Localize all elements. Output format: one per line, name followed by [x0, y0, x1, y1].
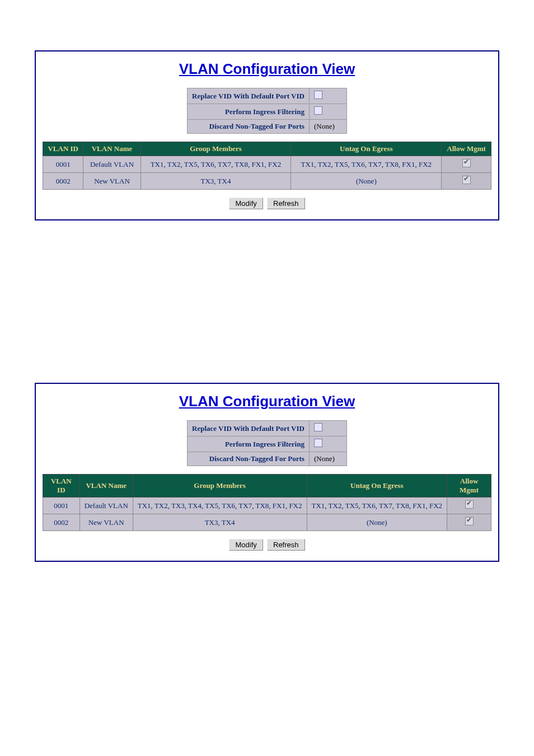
cell-allow-mgmt	[442, 173, 491, 190]
page-title: VLAN Configuration View	[36, 393, 498, 410]
setting-row-ingress-filter: Perform Ingress Filtering	[188, 104, 347, 120]
setting-value	[309, 104, 346, 120]
settings-table-wrap: Replace VID With Default Port VID Perfor…	[36, 88, 498, 134]
cell-vlan-name: New VLAN	[83, 173, 140, 190]
col-group-members: Group Members	[140, 142, 291, 156]
col-vlan-id: VLAN ID	[43, 142, 83, 156]
setting-label: Replace VID With Default Port VID	[188, 88, 310, 104]
col-vlan-name: VLAN Name	[83, 142, 140, 156]
title-heading: VLAN Configuration View	[179, 60, 355, 77]
panel-gap	[0, 220, 534, 332]
table-row: 0001 Default VLAN TX1, TX2, TX5, TX6, TX…	[43, 156, 491, 173]
vlan-config-panel: VLAN Configuration View Replace VID With…	[35, 383, 499, 562]
table-row: 0002 New VLAN TX3, TX4 (None)	[43, 173, 491, 190]
cell-group-members: TX3, TX4	[140, 173, 291, 190]
setting-row-ingress-filter: Perform Ingress Filtering	[188, 436, 347, 452]
setting-value: (None)	[309, 452, 346, 466]
modify-button[interactable]: Modify	[229, 539, 263, 551]
setting-label: Discard Non-Tagged For Ports	[188, 120, 310, 134]
col-untag-egress: Untag On Egress	[307, 475, 447, 497]
modify-button[interactable]: Modify	[229, 198, 263, 209]
settings-table: Replace VID With Default Port VID Perfor…	[187, 420, 347, 466]
setting-label: Perform Ingress Filtering	[188, 104, 310, 120]
checkbox-allow-mgmt[interactable]	[465, 517, 474, 525]
vlan-header-row: VLAN ID VLAN Name Group Members Untag On…	[43, 142, 491, 156]
checkbox-ingress-filter[interactable]	[314, 106, 322, 115]
vlan-config-panel: VLAN Configuration View Replace VID With…	[35, 50, 499, 220]
cell-untag-egress: TX1, TX2, TX5, TX6, TX7, TX8, FX1, FX2	[291, 156, 442, 173]
cell-vlan-name: Default VLAN	[83, 156, 140, 173]
col-vlan-id: VLAN ID	[43, 475, 80, 497]
cell-allow-mgmt	[447, 497, 491, 514]
setting-value	[309, 436, 346, 452]
setting-label: Discard Non-Tagged For Ports	[188, 452, 310, 466]
col-allow-mgmt: Allow Mgmt	[442, 142, 491, 156]
setting-label: Perform Ingress Filtering	[188, 436, 310, 452]
setting-row-discard-nontagged: Discard Non-Tagged For Ports (None)	[188, 120, 347, 134]
refresh-button[interactable]: Refresh	[267, 539, 305, 551]
refresh-button[interactable]: Refresh	[267, 198, 305, 209]
cell-vlan-id: 0002	[43, 173, 83, 190]
table-row: 0001 Default VLAN TX1, TX2, TX3, TX4, TX…	[43, 497, 491, 514]
checkbox-allow-mgmt[interactable]	[465, 500, 474, 509]
setting-label: Replace VID With Default Port VID	[188, 421, 310, 436]
setting-value	[309, 421, 346, 436]
setting-row-replace-vid: Replace VID With Default Port VID	[188, 88, 347, 104]
button-row: Modify Refresh	[36, 539, 498, 551]
cell-group-members: TX1, TX2, TX3, TX4, TX5, TX6, TX7, TX8, …	[133, 497, 307, 514]
cell-untag-egress: TX1, TX2, TX5, TX6, TX7, TX8, FX1, FX2	[307, 497, 447, 514]
vlan-table-wrap: VLAN ID VLAN Name Group Members Untag On…	[36, 142, 498, 190]
checkbox-allow-mgmt[interactable]	[462, 176, 471, 184]
table-row: 0002 New VLAN TX3, TX4 (None)	[43, 514, 491, 531]
setting-row-replace-vid: Replace VID With Default Port VID	[188, 421, 347, 436]
cell-group-members: TX3, TX4	[133, 514, 307, 531]
cell-vlan-name: Default VLAN	[79, 497, 133, 514]
cell-allow-mgmt	[442, 156, 491, 173]
vlan-table-wrap: VLAN ID VLAN Name Group Members Untag On…	[36, 474, 498, 531]
page-title: VLAN Configuration View	[36, 60, 498, 78]
checkbox-ingress-filter[interactable]	[314, 439, 322, 447]
col-vlan-name: VLAN Name	[79, 475, 133, 497]
vlan-header-row: VLAN ID VLAN Name Group Members Untag On…	[43, 475, 491, 497]
setting-value	[309, 88, 346, 104]
settings-table-wrap: Replace VID With Default Port VID Perfor…	[36, 420, 498, 466]
settings-table: Replace VID With Default Port VID Perfor…	[187, 88, 347, 134]
setting-row-discard-nontagged: Discard Non-Tagged For Ports (None)	[188, 452, 347, 466]
title-heading: VLAN Configuration View	[179, 393, 355, 410]
cell-allow-mgmt	[447, 514, 491, 531]
checkbox-allow-mgmt[interactable]	[462, 159, 471, 167]
col-group-members: Group Members	[133, 475, 307, 497]
checkbox-replace-vid[interactable]	[314, 423, 322, 431]
cell-group-members: TX1, TX2, TX5, TX6, TX7, TX8, FX1, FX2	[140, 156, 291, 173]
cell-vlan-id: 0001	[43, 156, 83, 173]
col-allow-mgmt: Allow Mgmt	[447, 475, 491, 497]
setting-value: (None)	[309, 120, 346, 134]
button-row: Modify Refresh	[36, 198, 498, 209]
col-untag-egress: Untag On Egress	[291, 142, 442, 156]
cell-vlan-name: New VLAN	[79, 514, 133, 531]
cell-vlan-id: 0002	[43, 514, 80, 531]
vlan-table: VLAN ID VLAN Name Group Members Untag On…	[43, 142, 491, 190]
checkbox-replace-vid[interactable]	[314, 91, 322, 99]
cell-untag-egress: (None)	[307, 514, 447, 531]
cell-untag-egress: (None)	[291, 173, 442, 190]
vlan-table: VLAN ID VLAN Name Group Members Untag On…	[43, 474, 491, 531]
cell-vlan-id: 0001	[43, 497, 80, 514]
